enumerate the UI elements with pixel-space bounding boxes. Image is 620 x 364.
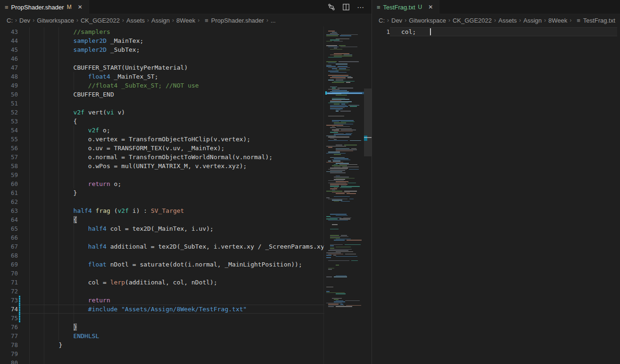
breadcrumb-item[interactable]: Dev xyxy=(391,17,403,24)
gutter-decorations xyxy=(18,135,29,144)
breadcrumb-item[interactable]: Gitworkspace xyxy=(36,17,74,24)
code-line[interactable]: 78} xyxy=(0,340,324,349)
breadcrumb-item[interactable]: Assign xyxy=(523,17,542,24)
code-line[interactable]: 47CBUFFER_START(UnityPerMaterial) xyxy=(0,63,324,72)
close-icon[interactable]: ✕ xyxy=(427,3,434,11)
minimap-line xyxy=(346,82,350,83)
code-line[interactable]: 59 xyxy=(0,170,324,179)
scrollbar-slider[interactable] xyxy=(364,89,372,156)
code-line[interactable]: 63half4 frag (v2f i) : SV_Target xyxy=(0,206,324,215)
gutter-decorations xyxy=(18,170,29,179)
minimap-line xyxy=(330,170,345,171)
line-number: 62 xyxy=(0,197,18,206)
code-line[interactable]: 72 xyxy=(0,287,324,296)
code-line[interactable]: 43//samplers xyxy=(0,27,324,36)
more-actions-icon[interactable]: ⋯ xyxy=(357,4,364,11)
gutter-decorations xyxy=(18,126,29,135)
breadcrumb-item[interactable]: Dev xyxy=(19,17,31,24)
code-line[interactable]: 53{ xyxy=(0,117,324,126)
code-line[interactable]: 70 xyxy=(0,269,324,278)
tab-label: TestFrag.txt xyxy=(383,4,415,11)
code-line[interactable]: 45sampler2D _SubTex; xyxy=(0,45,324,54)
code-line-text xyxy=(29,287,324,296)
editor-right[interactable]: 1col; xyxy=(372,26,620,364)
breadcrumb-item[interactable]: 8Week xyxy=(548,17,568,24)
code-line[interactable]: 44sampler2D _MainTex; xyxy=(0,36,324,45)
minimap-line xyxy=(336,149,357,150)
code-line[interactable]: 55o.vertex = TransformObjectToHClip(v.ve… xyxy=(0,135,324,144)
tab-testfrag[interactable]: ≡ TestFrag.txt U ✕ xyxy=(372,0,439,14)
gutter-decorations xyxy=(18,287,29,296)
code-line[interactable]: 65half4 col = tex2D(_MainTex, i.uv); xyxy=(0,224,324,233)
gutter-decorations xyxy=(18,260,29,269)
code-line[interactable]: 50CBUFFER_END xyxy=(0,90,324,99)
scrollbar[interactable] xyxy=(364,26,372,364)
breadcrumb-item[interactable]: 8Week xyxy=(176,17,196,24)
code-line[interactable]: 49//float4 _SubTex_ST; //NOT use xyxy=(0,81,324,90)
tab-propshader[interactable]: ≡ PropShader.shader M ✕ xyxy=(0,0,89,14)
split-editor-icon[interactable] xyxy=(342,3,350,11)
minimap-line xyxy=(330,91,349,92)
breadcrumb-item[interactable]: Assets xyxy=(498,17,517,24)
minimap-line xyxy=(326,125,343,126)
code-line[interactable]: 61} xyxy=(0,188,324,197)
minimap-line xyxy=(330,172,346,173)
code-line[interactable]: 68 xyxy=(0,251,324,260)
close-icon[interactable]: ✕ xyxy=(76,3,84,11)
code-line[interactable]: 67half4 additional = tex2D(_SubTex, i.ve… xyxy=(0,242,324,251)
minimap-line xyxy=(328,269,332,270)
code-line[interactable]: 51 xyxy=(0,99,324,108)
breadcrumb-item[interactable]: ... xyxy=(270,17,276,24)
code-line[interactable]: 64{ xyxy=(0,215,324,224)
code-line[interactable]: 80 xyxy=(0,358,324,364)
code-line[interactable]: 56o.uv = TRANSFORM_TEX(v.uv, _MainTex); xyxy=(0,144,324,153)
gutter-decorations xyxy=(18,144,29,153)
code-line[interactable]: 71col = lerp(additional, col, nDotl); xyxy=(0,278,324,287)
minimap-line xyxy=(334,124,353,125)
code-line[interactable]: 46 xyxy=(0,54,324,63)
minimap-line xyxy=(328,116,344,117)
chevron-right-icon: › xyxy=(76,17,78,24)
code-line[interactable]: 77ENDHLSL xyxy=(0,332,324,340)
code-line-text xyxy=(29,358,324,364)
line-number: 52 xyxy=(0,108,18,117)
breadcrumb-item[interactable]: C: xyxy=(6,17,13,24)
code-line[interactable]: 58o.wPos = mul(UNITY_MATRIX_M, v.vertex.… xyxy=(0,162,324,170)
minimap-line xyxy=(341,34,358,35)
breadcrumb-item[interactable]: PropShader.shader xyxy=(211,17,265,24)
code-line[interactable]: 57o.normal = TransformObjectToWorldNorma… xyxy=(0,153,324,162)
breadcrumb-item[interactable]: Gitworkspace xyxy=(408,17,446,24)
code-line[interactable]: 60return o; xyxy=(0,179,324,188)
breadcrumb-item[interactable]: Assign xyxy=(151,17,170,24)
editor-left[interactable]: 43//samplers44sampler2D _MainTex;45sampl… xyxy=(0,26,372,364)
code-line[interactable]: 75 xyxy=(0,314,324,323)
minimap-line xyxy=(328,304,339,305)
line-number: 50 xyxy=(0,90,18,99)
code-line[interactable]: 62 xyxy=(0,197,324,206)
breadcrumb-item[interactable]: CK_GGE2022 xyxy=(452,17,492,24)
code-line[interactable]: 69float nDotl = saturate(dot(i.normal, _… xyxy=(0,260,324,269)
code-line[interactable]: 52v2f vert(vi v) xyxy=(0,108,324,117)
breadcrumb-item[interactable]: C: xyxy=(378,17,385,24)
code-line[interactable]: 76} xyxy=(0,323,324,332)
code-line[interactable]: 66 xyxy=(0,233,324,242)
code-line[interactable]: 48float4 _MainTex_ST; xyxy=(0,72,324,81)
minimap-line xyxy=(330,87,337,88)
minimap-line xyxy=(336,178,355,179)
code-line[interactable]: 74#include "Assets/Assign/8Week/TestFrag… xyxy=(0,305,324,314)
open-changes-icon[interactable] xyxy=(328,3,335,11)
code-line[interactable]: 73return xyxy=(0,296,324,305)
vscode-window: ≡ PropShader.shader M ✕ xyxy=(0,0,620,364)
minimap[interactable] xyxy=(325,26,364,364)
code-line[interactable]: 79 xyxy=(0,349,324,358)
chevron-right-icon: › xyxy=(266,17,268,24)
minimap-line xyxy=(334,179,345,180)
minimap-line xyxy=(330,108,343,109)
gutter-decorations xyxy=(18,358,29,364)
breadcrumb-item[interactable]: TestFrag.txt xyxy=(583,17,616,24)
code-line[interactable]: 54v2f o; xyxy=(0,126,324,135)
breadcrumb-item[interactable]: Assets xyxy=(126,17,145,24)
minimap-line xyxy=(334,177,349,178)
breadcrumb-item[interactable]: CK_GGE2022 xyxy=(80,17,120,24)
code-line[interactable]: 1col; xyxy=(372,27,617,36)
